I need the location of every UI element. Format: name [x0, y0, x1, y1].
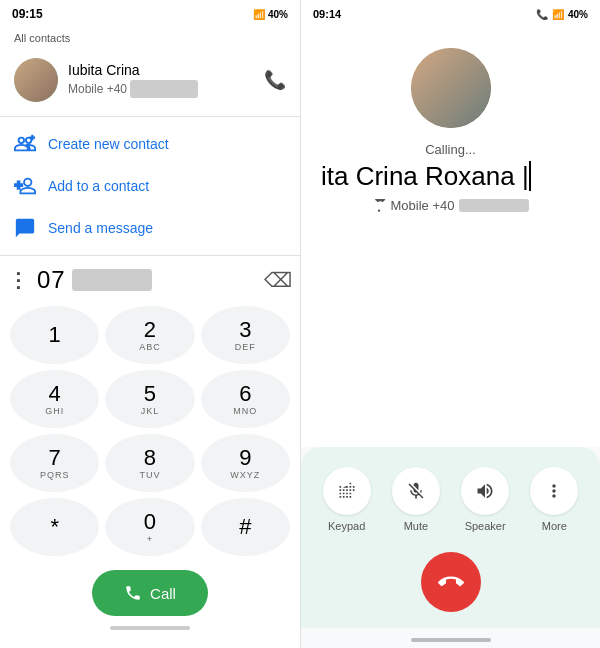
dial-digits-blurred: [72, 269, 152, 291]
key-8-main: 8: [144, 446, 156, 470]
key-9-sub: WXYZ: [230, 470, 260, 480]
key-2-sub: ABC: [139, 342, 161, 352]
call-active-icon: 📞: [536, 9, 548, 20]
keypad: 1 2 ABC 3 DEF 4 GHI 5 JKL 6 MNO 7 PQRS 8: [0, 306, 300, 556]
mute-label: Mute: [404, 520, 428, 532]
time-left: 09:15: [12, 7, 43, 21]
more-label: More: [542, 520, 567, 532]
keypad-icon-circle: [323, 467, 371, 515]
key-2[interactable]: 2 ABC: [105, 306, 194, 364]
message-icon: [14, 217, 36, 239]
key-7[interactable]: 7 PQRS: [10, 434, 99, 492]
call-label: Call: [150, 585, 176, 602]
end-call-icon: [438, 569, 464, 595]
contact-row[interactable]: Iubita Crina Mobile +40 xxxxxxxxxx 📞: [0, 50, 300, 110]
key-9[interactable]: 9 WXYZ: [201, 434, 290, 492]
calling-number-blurred: [459, 199, 529, 212]
create-new-contact-row[interactable]: Create new contact: [0, 123, 300, 165]
right-panel: 09:14 📞 📶 40% Calling... ita Crina Roxan…: [300, 0, 600, 648]
keypad-label: Keypad: [328, 520, 365, 532]
call-button[interactable]: Call: [92, 570, 208, 616]
speaker-icon-circle: [461, 467, 509, 515]
speaker-icon: [475, 481, 495, 501]
more-icon: [544, 481, 564, 501]
contact-number: Mobile +40 xxxxxxxxxx: [68, 80, 254, 98]
battery-left: 40%: [268, 9, 288, 20]
calling-number: Mobile +40: [372, 198, 530, 213]
key-0-sub: +: [147, 534, 153, 544]
key-4-sub: GHI: [45, 406, 64, 416]
speaker-control[interactable]: Speaker: [456, 467, 515, 532]
key-0[interactable]: 0 +: [105, 498, 194, 556]
signal-icon-right: 📶: [552, 9, 564, 20]
key-3[interactable]: 3 DEF: [201, 306, 290, 364]
time-right: 09:14: [313, 8, 341, 20]
contact-name: Iubita Crina: [68, 62, 254, 78]
call-icon[interactable]: 📞: [264, 69, 286, 91]
key-hash[interactable]: #: [201, 498, 290, 556]
create-contact-icon: [14, 133, 36, 155]
status-bar-right: 09:14 📞 📶 40%: [301, 0, 600, 28]
calling-section: Calling... ita Crina Roxana | Mobile +40: [301, 28, 600, 447]
key-5-sub: JKL: [141, 406, 160, 416]
divider-1: [0, 116, 300, 117]
send-message-row[interactable]: Send a message: [0, 207, 300, 249]
avatar-couple-photo: [411, 48, 491, 128]
speaker-label: Speaker: [465, 520, 506, 532]
call-controls-section: Keypad Mute Speaker: [301, 447, 600, 628]
cursor-blink: |: [522, 161, 531, 191]
status-icons-left: 📶 40%: [253, 9, 288, 20]
add-to-contact-row[interactable]: Add to a contact: [0, 165, 300, 207]
all-contacts-label: All contacts: [0, 28, 300, 50]
key-1[interactable]: 1: [10, 306, 99, 364]
key-4-main: 4: [49, 382, 61, 406]
status-bar-left: 09:15 📶 40%: [0, 0, 300, 28]
send-message-label: Send a message: [48, 220, 153, 236]
create-contact-label: Create new contact: [48, 136, 169, 152]
key-8[interactable]: 8 TUV: [105, 434, 194, 492]
key-5-main: 5: [144, 382, 156, 406]
more-control[interactable]: More: [525, 467, 584, 532]
battery-right: 40%: [568, 9, 588, 20]
call-btn-row: Call: [0, 570, 300, 616]
key-0-main: 0: [144, 510, 156, 534]
key-2-main: 2: [144, 318, 156, 342]
mute-control[interactable]: Mute: [386, 467, 445, 532]
key-9-main: 9: [239, 446, 251, 470]
key-8-sub: TUV: [139, 470, 160, 480]
calling-status: Calling...: [425, 142, 476, 157]
end-call-row: [317, 552, 584, 612]
mute-icon-circle: [392, 467, 440, 515]
dial-number: 07: [37, 266, 264, 294]
delete-button[interactable]: ⌫: [264, 268, 292, 292]
key-6-sub: MNO: [233, 406, 257, 416]
key-6[interactable]: 6 MNO: [201, 370, 290, 428]
calling-name: ita Crina Roxana |: [321, 161, 580, 192]
dial-digits: 07: [37, 266, 66, 294]
key-star[interactable]: *: [10, 498, 99, 556]
add-contact-icon: [14, 175, 36, 197]
signal-icon: 📶: [253, 9, 265, 20]
call-button-icon: [124, 584, 142, 602]
contact-number-blurred: xxxxxxxxxx: [130, 80, 198, 98]
dots-menu[interactable]: ⋮: [8, 268, 27, 292]
key-7-main: 7: [49, 446, 61, 470]
mute-icon: [406, 481, 426, 501]
calling-name-text: ita Crina Roxana: [321, 161, 515, 191]
key-3-main: 3: [239, 318, 251, 342]
wifi-calling-icon: [372, 199, 386, 213]
calling-avatar: [411, 48, 491, 128]
key-7-sub: PQRS: [40, 470, 70, 480]
home-bar-left: [110, 626, 190, 630]
key-star-main: *: [50, 515, 59, 539]
contact-info: Iubita Crina Mobile +40 xxxxxxxxxx: [68, 62, 254, 98]
controls-grid: Keypad Mute Speaker: [317, 467, 584, 532]
key-1-main: 1: [49, 323, 61, 347]
add-contact-label: Add to a contact: [48, 178, 149, 194]
end-call-button[interactable]: [421, 552, 481, 612]
key-3-sub: DEF: [235, 342, 256, 352]
divider-2: [0, 255, 300, 256]
key-5[interactable]: 5 JKL: [105, 370, 194, 428]
key-4[interactable]: 4 GHI: [10, 370, 99, 428]
keypad-control[interactable]: Keypad: [317, 467, 376, 532]
